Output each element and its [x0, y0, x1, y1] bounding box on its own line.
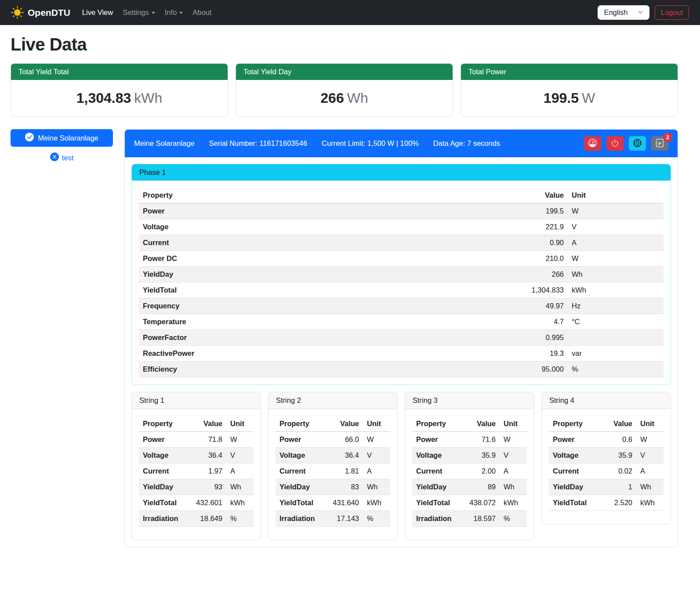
card-value: 266 — [320, 90, 344, 106]
property-cell: YieldTotal — [139, 495, 188, 511]
value-cell: 210.0 — [395, 251, 568, 267]
value-cell: 0.02 — [602, 463, 636, 479]
column-header-value: Value — [602, 416, 636, 432]
nav-item-live-view[interactable]: Live View — [78, 5, 117, 20]
table-row: YieldTotal438.072kWh — [412, 495, 527, 511]
string-1-panel: String 1 Property Value Unit — [131, 392, 261, 540]
table-row: Current1.97A — [139, 463, 254, 479]
logout-button[interactable]: Logout — [655, 5, 689, 20]
value-cell: 83 — [324, 479, 363, 495]
chevron-down-icon — [638, 8, 643, 17]
unit-cell: V — [568, 219, 664, 235]
table-row: Power71.8W — [139, 432, 254, 448]
total-yield-day-card: Total Yield Day 266Wh — [236, 63, 453, 117]
inverter-card-header: Meine Solaranlage Serial Number: 1161716… — [125, 130, 678, 157]
table-row: Voltage36.4V — [276, 448, 390, 463]
total-yield-total-card: Total Yield Total 1,304.83kWh — [11, 63, 228, 117]
property-cell: Current — [412, 463, 461, 479]
table-row: Temperature4.7°C — [139, 314, 664, 330]
value-cell: 71.6 — [461, 432, 500, 448]
table-header-row: Property Value Unit — [139, 188, 664, 203]
property-cell: Voltage — [549, 448, 602, 463]
device-info-button[interactable] — [629, 136, 646, 151]
table-row: YieldDay89Wh — [412, 479, 527, 495]
table-row: Power66.0W — [276, 432, 390, 448]
inverter-serial: Serial Number: 116171603546 — [209, 139, 308, 148]
unit-cell: W — [226, 432, 254, 448]
property-cell: Voltage — [139, 219, 395, 235]
table-row: YieldDay266Wh — [139, 267, 664, 282]
value-cell: 93 — [188, 479, 226, 495]
event-log-button[interactable]: 2 — [651, 136, 668, 151]
column-header-property: Property — [276, 416, 324, 432]
column-header-unit: Unit — [636, 416, 664, 432]
value-cell: 199.5 — [395, 203, 568, 219]
column-header-value: Value — [461, 416, 500, 432]
nav-item-about[interactable]: About — [189, 5, 215, 20]
phase-panel-title: Phase 1 — [132, 164, 671, 181]
unit-cell: A — [636, 463, 664, 479]
unit-cell: W — [568, 203, 664, 219]
table-header-row: Property Value Unit — [276, 416, 390, 432]
event-count-badge: 2 — [663, 133, 672, 142]
language-select[interactable]: English — [598, 5, 649, 20]
summary-cards: Total Yield Total 1,304.83kWh Total Yiel… — [11, 63, 678, 117]
string-3-panel: String 3 Property Value Unit — [405, 392, 534, 540]
table-row: YieldTotal2.520kWh — [549, 495, 664, 511]
inverter-item-test[interactable]: test — [11, 152, 113, 163]
property-cell: ReactivePower — [139, 346, 395, 362]
nav-item-settings[interactable]: Settings — [119, 5, 159, 20]
property-cell: Power — [549, 432, 602, 448]
value-cell: 1.97 — [188, 463, 226, 479]
inverter-item-label: test — [62, 154, 74, 162]
value-cell: 17.143 — [324, 511, 363, 527]
table-header-row: Property Value Unit — [549, 416, 664, 432]
power-icon — [611, 139, 619, 148]
brand-label: OpenDTU — [28, 7, 70, 18]
string-2-table: Property Value Unit Power66.0WVoltage36.… — [276, 416, 390, 527]
inverter-select-button[interactable]: Meine Solaranlage — [11, 129, 113, 147]
power-button[interactable] — [606, 136, 624, 151]
property-cell: YieldDay — [412, 479, 461, 495]
property-cell: Frequency — [139, 298, 395, 314]
column-header-value: Value — [395, 188, 568, 203]
nav-item-info[interactable]: Info — [161, 5, 187, 20]
unit-cell: W — [636, 432, 664, 448]
value-cell: 1.81 — [324, 463, 363, 479]
table-row: YieldDay93Wh — [139, 479, 254, 495]
unit-cell: kWh — [636, 495, 664, 511]
x-circle-icon — [50, 152, 59, 163]
unit-cell: W — [568, 251, 664, 267]
unit-cell: % — [226, 511, 254, 527]
table-row: Irradiation18.597% — [412, 511, 527, 527]
column-header-property: Property — [139, 416, 188, 432]
table-row: Power0.6W — [549, 432, 664, 448]
value-cell: 35.9 — [461, 448, 500, 463]
table-row: Efficiency95.000% — [139, 362, 664, 377]
property-cell: Power — [412, 432, 461, 448]
unit-cell: kWh — [500, 495, 527, 511]
property-cell: YieldTotal — [139, 282, 395, 298]
unit-cell: V — [636, 448, 664, 463]
check-circle-icon — [25, 133, 34, 143]
unit-cell: Wh — [636, 479, 664, 495]
card-unit: W — [582, 90, 595, 106]
string-2-panel: String 2 Property Value Unit — [268, 392, 398, 540]
property-cell: Power — [139, 203, 395, 219]
string-panel-title: String 2 — [268, 392, 397, 409]
table-row: Voltage221.9V — [139, 219, 664, 235]
table-row: YieldTotal431.640kWh — [276, 495, 390, 511]
brand[interactable]: OpenDTU — [11, 6, 70, 19]
inverter-card: Meine Solaranlage Serial Number: 1161716… — [124, 129, 678, 547]
string-4-table: Property Value Unit Power0.6WVoltage35.9… — [549, 416, 664, 511]
inverter-name: Meine Solaranlage — [134, 139, 195, 148]
limit-settings-button[interactable] — [584, 136, 601, 151]
table-row: Current2.00A — [412, 463, 527, 479]
string-panel-title: String 4 — [542, 392, 671, 409]
table-row: Power199.5W — [139, 203, 664, 219]
column-header-property: Property — [139, 188, 395, 203]
property-cell: Voltage — [412, 448, 461, 463]
inverter-sidebar: Meine Solaranlage test — [11, 129, 113, 163]
column-header-unit: Unit — [226, 416, 254, 432]
value-cell: 19.3 — [395, 346, 568, 362]
